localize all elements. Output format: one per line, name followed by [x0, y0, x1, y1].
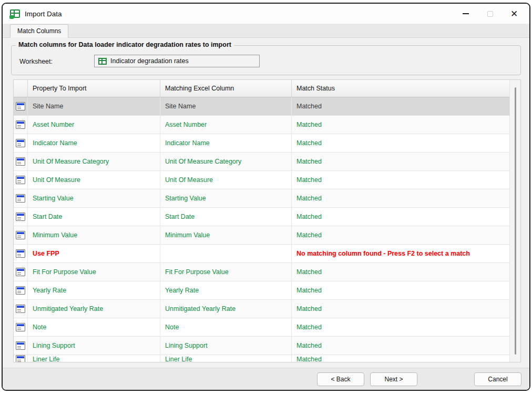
property-cell: Indicator Name: [28, 134, 160, 152]
row-icon-cell: [14, 153, 28, 170]
property-cell: Yearly Rate: [28, 281, 160, 299]
excel-column-cell: [160, 245, 292, 262]
property-cell: Lining Support: [28, 337, 160, 355]
property-field-icon: [16, 213, 25, 221]
excel-column-cell: Unmitigated Yearly Rate: [160, 300, 292, 318]
match-status-cell: Matched: [292, 171, 509, 189]
excel-column-cell: Asset Number: [160, 116, 292, 134]
match-status-cell: Matched: [292, 263, 509, 281]
excel-table-icon: [10, 9, 20, 18]
row-icon-cell: [14, 116, 28, 134]
match-status-cell: Matched: [292, 97, 509, 115]
property-field-icon: [16, 102, 25, 110]
property-field-icon: [16, 355, 25, 362]
property-field-icon: [16, 139, 25, 147]
table-row[interactable]: Site NameSite NameMatched: [14, 97, 509, 116]
property-cell: Liner Life: [28, 355, 160, 362]
worksheet-field[interactable]: Indicator degradation rates: [94, 55, 260, 67]
property-cell: Asset Number: [28, 116, 160, 134]
maximize-icon: [487, 11, 493, 17]
close-button[interactable]: ✕: [502, 4, 526, 24]
excel-column-cell: Starting Value: [160, 189, 292, 207]
table-row[interactable]: Fit For Purpose ValueFit For Purpose Val…: [14, 263, 509, 281]
table-row[interactable]: Starting ValueStarting ValueMatched: [14, 189, 509, 208]
cancel-button[interactable]: Cancel: [474, 372, 521, 386]
maximize-button: [478, 4, 502, 24]
row-icon-cell: [14, 318, 28, 336]
header-icon-column: [14, 80, 28, 97]
excel-column-cell: Site Name: [160, 97, 292, 115]
worksheet-label: Worksheet:: [19, 58, 53, 65]
match-status-cell: Matched: [292, 300, 509, 318]
header-matching-excel-column[interactable]: Matching Excel Column: [160, 80, 292, 97]
match-status-cell: Matched: [292, 153, 509, 170]
excel-column-cell: Unit Of Measure Category: [160, 153, 292, 170]
property-field-icon: [16, 268, 25, 276]
excel-column-cell: Yearly Rate: [160, 281, 292, 299]
tab-strip: Match Columns: [3, 24, 529, 38]
property-cell: Minimum Value: [28, 226, 160, 244]
match-status-cell: Matched: [292, 355, 509, 362]
match-status-cell: Matched: [292, 208, 509, 226]
window-title: Import Data: [25, 10, 62, 18]
vertical-scrollbar[interactable]: [509, 80, 520, 362]
property-cell: Note: [28, 318, 160, 336]
property-cell: Site Name: [28, 97, 160, 115]
table-row[interactable]: Lining SupportLining SupportMatched: [14, 337, 509, 355]
property-field-icon: [16, 341, 25, 350]
property-cell: Unit Of Measure Category: [28, 153, 160, 170]
table-row[interactable]: Asset NumberAsset NumberMatched: [14, 116, 509, 134]
table-row[interactable]: Liner LifeLiner LifeMatched: [14, 355, 509, 362]
property-field-icon: [16, 176, 25, 184]
table-row[interactable]: Yearly RateYearly RateMatched: [14, 281, 509, 300]
property-field-icon: [16, 323, 25, 331]
close-icon: ✕: [510, 8, 518, 19]
scrollbar-thumb[interactable]: [515, 87, 516, 355]
excel-column-cell: Minimum Value: [160, 226, 292, 244]
property-cell: Unmitigated Yearly Rate: [28, 300, 160, 318]
header-match-status[interactable]: Match Status: [292, 80, 509, 97]
row-icon-cell: [14, 355, 28, 362]
worksheet-value: Indicator degradation rates: [110, 57, 189, 65]
header-property-to-import[interactable]: Property To Import: [28, 80, 160, 97]
match-table-body: Site NameSite NameMatchedAsset NumberAss…: [14, 97, 509, 362]
property-cell: Starting Value: [28, 189, 160, 207]
table-row[interactable]: Unmitigated Yearly RateUnmitigated Yearl…: [14, 300, 509, 318]
dialog-content: Match columns for Data loader indicator …: [3, 38, 529, 390]
row-icon-cell: [14, 300, 28, 318]
match-status-cell: Matched: [292, 116, 509, 134]
property-field-icon: [16, 231, 25, 239]
excel-column-cell: Indicator Name: [160, 134, 292, 152]
table-row[interactable]: Unit Of Measure CategoryUnit Of Measure …: [14, 153, 509, 171]
excel-column-cell: Liner Life: [160, 355, 292, 362]
minimize-button[interactable]: [454, 4, 478, 24]
table-row[interactable]: Use FPPNo matching column found - Press …: [14, 245, 509, 263]
table-row[interactable]: NoteNoteMatched: [14, 318, 509, 337]
row-icon-cell: [14, 171, 28, 189]
property-cell: Fit For Purpose Value: [28, 263, 160, 281]
grid: Property To Import Matching Excel Column…: [14, 80, 509, 362]
match-status-cell: Matched: [292, 226, 509, 244]
property-field-icon: [16, 120, 25, 129]
match-columns-grid: Property To Import Matching Excel Column…: [13, 79, 521, 362]
property-field-icon: [16, 305, 25, 313]
excel-column-cell: Unit Of Measure: [160, 171, 292, 189]
property-cell: Start Date: [28, 208, 160, 226]
tab-match-columns[interactable]: Match Columns: [10, 24, 68, 38]
grid-header: Property To Import Matching Excel Column…: [14, 80, 509, 97]
table-row[interactable]: Start DateStart DateMatched: [14, 208, 509, 226]
property-field-icon: [16, 249, 25, 258]
row-icon-cell: [14, 245, 28, 262]
table-row[interactable]: Indicator NameIndicator NameMatched: [14, 134, 509, 153]
row-icon-cell: [14, 263, 28, 281]
match-status-cell: Matched: [292, 318, 509, 336]
row-icon-cell: [14, 226, 28, 244]
worksheet-icon: [98, 58, 107, 65]
next-button[interactable]: Next >: [370, 372, 417, 386]
excel-column-cell: Note: [160, 318, 292, 336]
back-button[interactable]: < Back: [317, 372, 364, 386]
table-row[interactable]: Minimum ValueMinimum ValueMatched: [14, 226, 509, 245]
table-row[interactable]: Unit Of MeasureUnit Of MeasureMatched: [14, 171, 509, 189]
footer-bar: < Back Next > Cancel: [3, 368, 529, 390]
groupbox-title: Match columns for Data loader indicator …: [16, 41, 234, 48]
